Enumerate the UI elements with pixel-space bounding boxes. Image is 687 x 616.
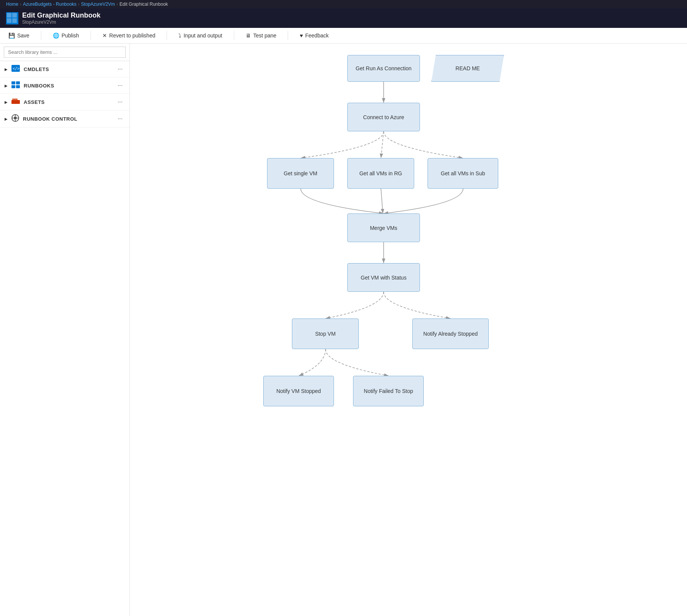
- revert-icon: ✕: [102, 32, 107, 39]
- svg-text:</>: </>: [13, 66, 19, 71]
- input-output-icon: ⤵: [178, 32, 181, 39]
- test-pane-button[interactable]: 🖥 Test pane: [243, 31, 279, 40]
- toolbar-sep-4: [234, 31, 234, 40]
- svg-rect-1: [12, 13, 17, 18]
- breadcrumb-home[interactable]: Home: [6, 2, 18, 7]
- node-notify-vm-stopped[interactable]: Notify VM Stopped: [263, 376, 334, 406]
- cmdlets-expand-icon: ▶: [5, 67, 8, 71]
- runbook-control-more-button[interactable]: ···: [115, 115, 125, 123]
- svg-rect-6: [11, 81, 15, 84]
- runbooks-label: RUNBOOKS: [24, 83, 54, 89]
- search-box: [0, 44, 130, 61]
- svg-rect-3: [12, 18, 17, 23]
- sidebar-item-runbook-control[interactable]: ▶ RUNBOOK CONTROL ···: [0, 110, 130, 128]
- node-read-me[interactable]: READ ME: [431, 55, 504, 82]
- sidebar-item-runbooks[interactable]: ▶ RUNBOOKS ···: [0, 78, 130, 94]
- node-connect-azure[interactable]: Connect to Azure: [347, 103, 420, 131]
- assets-more-button[interactable]: ···: [115, 98, 125, 106]
- node-get-single-vm[interactable]: Get single VM: [267, 158, 334, 189]
- cmdlets-label: CMDLETS: [24, 66, 49, 72]
- toolbar-sep-1: [41, 31, 41, 40]
- sidebar-item-cmdlets[interactable]: ▶ </> CMDLETS ···: [0, 61, 130, 78]
- svg-rect-7: [16, 81, 20, 84]
- toolbar-sep-5: [288, 31, 288, 40]
- sidebar: ▶ </> CMDLETS ··· ▶: [0, 44, 130, 616]
- svg-rect-11: [12, 99, 18, 101]
- runbook-control-label: RUNBOOK CONTROL: [23, 116, 78, 122]
- toolbar-sep-3: [167, 31, 167, 40]
- publish-button[interactable]: 🌐 Publish: [50, 31, 81, 40]
- assets-expand-icon: ▶: [5, 100, 8, 104]
- save-icon: 💾: [8, 32, 15, 39]
- revert-button[interactable]: ✕ Revert to published: [100, 31, 158, 40]
- runbooks-icon: [11, 81, 20, 90]
- page-subtitle: StopAzureV2Vm: [22, 19, 100, 25]
- runbook-control-icon: [11, 114, 19, 123]
- node-get-vm-status[interactable]: Get VM with Status: [347, 263, 420, 292]
- node-get-run-as[interactable]: Get Run As Connection: [347, 55, 420, 82]
- runbook-control-expand-icon: ▶: [5, 117, 8, 121]
- node-stop-vm[interactable]: Stop VM: [292, 319, 359, 349]
- svg-rect-8: [11, 85, 15, 88]
- toolbar: 💾 Save 🌐 Publish ✕ Revert to published ⤵…: [0, 28, 687, 44]
- breadcrumb-current: Edit Graphical Runbook: [120, 2, 168, 7]
- svg-line-20: [381, 131, 384, 158]
- breadcrumb-runbook[interactable]: StopAzureV2Vm: [81, 2, 115, 7]
- node-get-all-vms-sub[interactable]: Get all VMs in Sub: [428, 158, 498, 189]
- node-notify-already-stopped[interactable]: Notify Already Stopped: [412, 319, 489, 349]
- node-get-all-vms-rg[interactable]: Get all VMs in RG: [347, 158, 414, 189]
- app-logo: [6, 12, 18, 24]
- test-pane-icon: 🖥: [246, 32, 251, 39]
- svg-rect-9: [16, 85, 20, 88]
- assets-label: ASSETS: [24, 99, 45, 105]
- assets-icon: [11, 98, 20, 106]
- main-layout: ▶ </> CMDLETS ··· ▶: [0, 44, 687, 616]
- svg-line-21: [381, 189, 383, 213]
- runbooks-more-button[interactable]: ···: [115, 81, 125, 90]
- node-notify-failed-to-stop[interactable]: Notify Failed To Stop: [353, 376, 424, 406]
- runbooks-expand-icon: ▶: [5, 84, 8, 88]
- svg-rect-0: [7, 13, 11, 18]
- save-button[interactable]: 💾 Save: [6, 31, 32, 40]
- publish-icon: 🌐: [53, 32, 59, 39]
- cmdlets-more-button[interactable]: ···: [115, 65, 125, 73]
- sidebar-item-assets[interactable]: ▶ ASSETS ···: [0, 94, 130, 110]
- feedback-icon: ♥: [300, 32, 303, 39]
- breadcrumb: Home › AzureBudgets - Runbooks › StopAzu…: [0, 0, 687, 8]
- feedback-button[interactable]: ♥ Feedback: [297, 31, 331, 40]
- toolbar-sep-2: [91, 31, 91, 40]
- canvas-inner: Get Run As Connection READ ME Connect to…: [237, 44, 580, 464]
- page-title: Edit Graphical Runbook: [22, 11, 100, 19]
- svg-rect-2: [7, 18, 11, 23]
- top-bar: Edit Graphical Runbook StopAzureV2Vm: [0, 8, 687, 28]
- svg-point-13: [14, 116, 17, 120]
- cmdlets-icon: </>: [11, 65, 20, 73]
- search-input[interactable]: [4, 47, 126, 58]
- breadcrumb-runbooks[interactable]: AzureBudgets - Runbooks: [23, 2, 76, 7]
- node-merge-vms[interactable]: Merge VMs: [347, 213, 420, 242]
- input-output-button[interactable]: ⤵ Input and output: [176, 31, 224, 40]
- canvas[interactable]: Get Run As Connection READ ME Connect to…: [130, 44, 687, 616]
